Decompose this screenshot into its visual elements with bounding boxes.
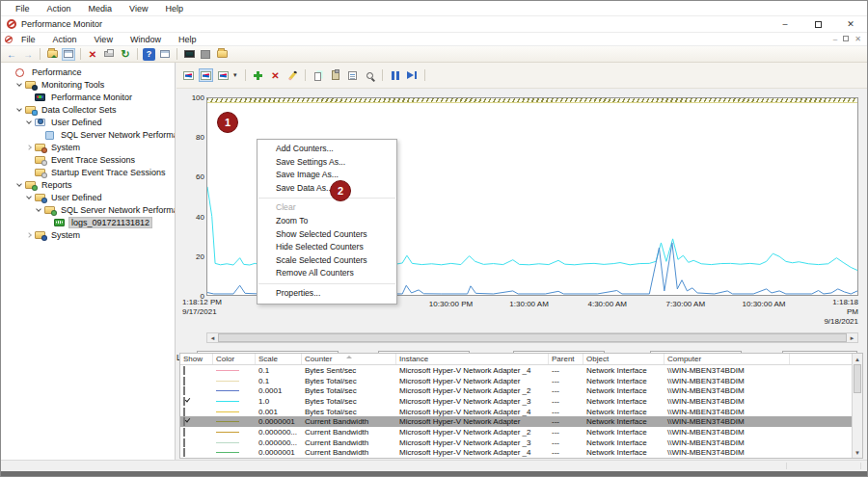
show-cell[interactable]	[180, 417, 213, 426]
context-menu-item-properties-[interactable]: Properties...	[258, 287, 396, 301]
tree-item-system[interactable]: System	[1, 228, 175, 241]
column-header-counter[interactable]: Counter	[302, 354, 396, 364]
scrollbar-track[interactable]	[853, 364, 862, 447]
show-cell[interactable]	[180, 386, 213, 395]
copy-properties-icon[interactable]	[311, 68, 325, 82]
table-row[interactable]: 0.0000001Current BandwidthMicrosoft Hype…	[180, 448, 862, 459]
context-menu-item-scale-selected-counters[interactable]: Scale Selected Counters	[258, 254, 396, 268]
properties-icon[interactable]	[345, 68, 360, 82]
show-cell[interactable]	[180, 428, 213, 437]
host-menu-media[interactable]: Media	[80, 4, 122, 13]
expander-open-icon[interactable]	[24, 121, 34, 123]
expander-closed-icon[interactable]	[24, 146, 34, 149]
tree-item-startup-event-trace-sessions[interactable]: Startup Event Trace Sessions	[1, 166, 175, 178]
tree-item-performance[interactable]: Performance	[1, 66, 175, 78]
show-checkbox[interactable]	[183, 397, 185, 406]
host-menu-help[interactable]: Help	[156, 4, 192, 13]
table-row[interactable]: 0.000000...Current BandwidthMicrosoft Hy…	[180, 427, 862, 437]
view-log-data-icon[interactable]	[199, 68, 213, 82]
delete-counter-icon[interactable]: ✕	[268, 68, 283, 82]
column-header-computer[interactable]: Computer	[665, 354, 790, 364]
context-menu-item-save-settings-as-[interactable]: Save Settings As...	[258, 156, 396, 170]
mdi-close-button[interactable]: ✕	[854, 35, 861, 43]
scrollbar-thumb[interactable]	[854, 364, 861, 393]
restore-button[interactable]	[801, 16, 834, 32]
tree-item-monitoring-tools[interactable]: Monitoring Tools	[1, 78, 175, 91]
app-menu-window[interactable]: Window	[122, 35, 170, 44]
column-header-instance[interactable]: Instance	[396, 354, 549, 364]
update-data-icon[interactable]	[405, 68, 420, 82]
tree-item-user-defined[interactable]: User Defined	[1, 191, 175, 203]
scroll-left-icon[interactable]: ◄	[207, 333, 218, 342]
refresh-icon[interactable]: ↻	[119, 48, 132, 61]
column-header-show[interactable]: Show	[180, 354, 213, 364]
app-menu-view[interactable]: View	[86, 35, 122, 44]
table-row[interactable]: 0.1Bytes Total/secMicrosoft Hyper-V Netw…	[180, 376, 862, 386]
table-row[interactable]: 0.000000...Current BandwidthMicrosoft Hy…	[180, 437, 862, 448]
table-row[interactable]: 1.0Bytes Total/secMicrosoft Hyper-V Netw…	[180, 396, 862, 407]
show-checkbox[interactable]	[183, 386, 185, 395]
show-checkbox[interactable]	[183, 438, 185, 447]
app-menu-file[interactable]: File	[13, 35, 44, 44]
back-icon[interactable]: ←	[5, 48, 18, 61]
column-header-parent[interactable]: Parent	[549, 354, 583, 364]
show-cell[interactable]	[180, 397, 213, 406]
expander-open-icon[interactable]	[24, 197, 34, 199]
minimize-button[interactable]: –	[769, 16, 801, 32]
table-row[interactable]: 0.1Bytes Sent/secMicrosoft Hyper-V Netwo…	[180, 365, 862, 376]
show-cell[interactable]	[180, 438, 213, 447]
context-menu-item-zoom-to[interactable]: Zoom To	[258, 215, 396, 228]
tree-item-sql-server-network-performance[interactable]: SQL Server Network Performance	[1, 203, 175, 216]
show-checkbox[interactable]	[183, 428, 185, 437]
show-hide-console-tree-icon[interactable]	[62, 48, 75, 61]
expander-open-icon[interactable]	[34, 209, 43, 211]
host-menu-view[interactable]: View	[121, 4, 156, 13]
table-row[interactable]: 0.0001Bytes Total/secMicrosoft Hyper-V N…	[180, 385, 862, 396]
show-cell[interactable]	[180, 377, 213, 385]
tree-item-system[interactable]: System	[1, 141, 175, 153]
show-checkbox[interactable]	[183, 417, 185, 426]
help-icon[interactable]: ?	[143, 48, 155, 61]
expander-open-icon[interactable]	[14, 109, 24, 111]
host-menu-action[interactable]: Action	[39, 4, 80, 13]
add-counter-icon[interactable]	[251, 68, 265, 82]
forward-icon[interactable]: →	[21, 48, 35, 61]
freeze-display-icon[interactable]	[388, 68, 402, 82]
tree-item-event-trace-sessions[interactable]: Event Trace Sessions	[1, 153, 175, 166]
tree-item-sql-server-network-performance[interactable]: SQL Server Network Performance	[1, 128, 175, 141]
context-menu-item-remove-all-counters[interactable]: Remove All Counters	[258, 267, 396, 280]
tree-item-user-defined[interactable]: User Defined	[1, 116, 175, 128]
highlight-icon[interactable]	[285, 68, 300, 82]
print-icon[interactable]	[102, 48, 116, 61]
show-cell[interactable]	[180, 408, 213, 416]
window-icon[interactable]	[158, 48, 172, 61]
show-checkbox[interactable]	[183, 448, 185, 457]
table-row[interactable]: 0.001Bytes Total/secMicrosoft Hyper-V Ne…	[180, 407, 862, 417]
zoom-icon[interactable]	[363, 68, 377, 82]
show-checkbox[interactable]	[183, 408, 185, 416]
view-current-activity-icon[interactable]	[181, 68, 196, 82]
folder-icon-toolbar[interactable]	[215, 48, 229, 61]
context-menu-item-show-selected-counters[interactable]: Show Selected Counters	[258, 228, 396, 242]
show-checkbox[interactable]	[183, 366, 185, 375]
close-button[interactable]: ✕	[834, 16, 867, 32]
app-menu-action[interactable]: Action	[44, 35, 86, 44]
monitor-icon[interactable]	[182, 48, 196, 61]
column-header-color[interactable]: Color	[213, 354, 256, 364]
tree-item-logs-091721131812[interactable]: logs_091721131812	[1, 216, 175, 228]
show-checkbox[interactable]	[183, 377, 185, 385]
expander-open-icon[interactable]	[14, 184, 24, 186]
scroll-down-icon[interactable]: ▼	[853, 447, 862, 458]
chart-horizontal-scrollbar[interactable]: ◄ ►	[206, 332, 858, 343]
app-menu-help[interactable]: Help	[170, 35, 205, 44]
mdi-minimize-button[interactable]: –	[833, 35, 837, 43]
expander-closed-icon[interactable]	[24, 233, 34, 237]
scrollbar-thumb[interactable]	[218, 333, 847, 342]
delete-icon[interactable]: ✕	[86, 48, 99, 61]
show-cell[interactable]	[180, 448, 213, 457]
change-graph-type-icon[interactable]	[216, 68, 231, 82]
host-menu-file[interactable]: File	[7, 4, 39, 13]
table-vertical-scrollbar[interactable]: ▲ ▼	[852, 354, 862, 458]
paste-counter-list-icon[interactable]	[328, 68, 342, 82]
column-header-scale[interactable]: Scale	[256, 354, 302, 364]
